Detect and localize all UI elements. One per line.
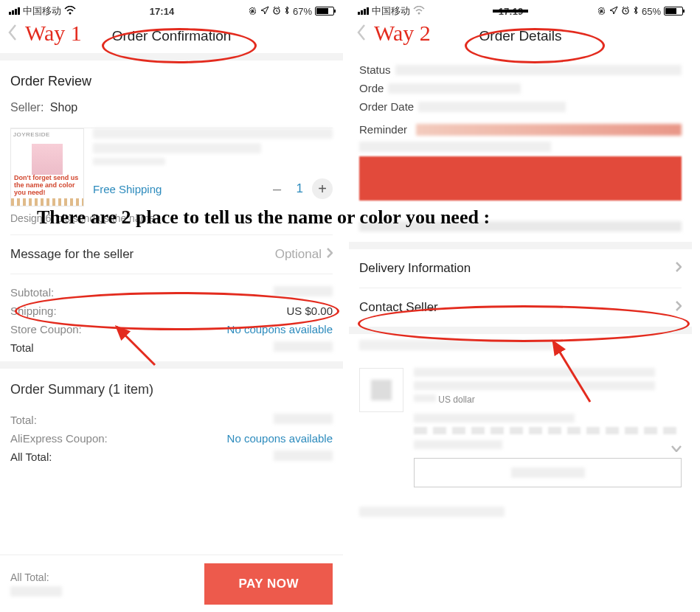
product-row[interactable]: JOYRESIDE Don't forget send us the name … — [0, 128, 343, 212]
battery-percent: 65% — [642, 6, 661, 17]
screenshot-way-2: 中国移动 17:19 ֎ 65% Way 2 Order Details Sta… — [349, 0, 692, 612]
variant-note: Design 6, pls send us the name — [0, 212, 343, 234]
back-button[interactable] — [7, 24, 18, 46]
product-thumbnail — [359, 368, 403, 412]
subtotal-redacted — [274, 286, 333, 296]
chevron-down-icon[interactable] — [671, 442, 682, 452]
bluetooth-icon — [633, 6, 639, 17]
loading-icon: ֎ — [597, 6, 606, 17]
status-bar: 中国移动 17:19 ֎ 65% — [349, 0, 692, 19]
ali-coupon-label: AliExpress Coupon: — [10, 432, 108, 445]
carrier-text: 中国移动 — [372, 4, 410, 18]
status-bar: 中国移动 17:14 ֎ 67% — [0, 0, 343, 19]
quantity-minus-button[interactable]: – — [267, 178, 288, 199]
alarm-icon — [621, 6, 630, 17]
nav-bar: Way 1 Order Confirmation — [0, 19, 343, 53]
contact-seller-row[interactable]: Contact Seller — [349, 288, 692, 327]
action-button-redacted[interactable] — [414, 458, 682, 487]
delivery-info-label: Delivery Information — [359, 261, 471, 276]
status-time: 17:19 — [425, 6, 597, 17]
totals-block: Subtotal: Shipping:US $0.00 Store Coupon… — [0, 274, 343, 361]
battery-icon — [664, 7, 683, 15]
seller-label: Seller: — [10, 101, 44, 114]
product-row[interactable]: US dollar — [349, 355, 692, 487]
pay-bar: All Total: PAY NOW — [0, 554, 343, 612]
alarm-icon — [272, 6, 281, 17]
seller-name: Shop — [50, 101, 77, 114]
location-icon — [260, 6, 269, 17]
contact-seller-label: Contact Seller — [359, 300, 438, 315]
total-label: Total — [10, 341, 34, 354]
store-coupon-value: No coupons available — [227, 323, 333, 335]
order-summary-heading: Order Summary (1 item) — [0, 369, 343, 402]
nav-bar: Way 2 Order Details — [349, 19, 692, 53]
product-title-redacted — [93, 128, 333, 139]
carrier-text: 中国移动 — [23, 4, 61, 18]
chevron-right-icon — [675, 261, 682, 276]
message-optional: Optional — [275, 247, 322, 262]
location-icon — [609, 6, 618, 17]
status-label: Status — [359, 63, 391, 76]
seller-row: Seller: Shop — [0, 94, 343, 128]
wifi-icon — [413, 6, 425, 17]
time-strikethrough — [493, 10, 528, 13]
all-total-label: All Total: — [10, 451, 52, 463]
way-2-annotation: Way 2 — [374, 21, 431, 46]
chevron-right-icon — [675, 300, 682, 315]
screenshot-way-1: 中国移动 17:14 ֎ 67% Way 1 Order Confirmatio… — [0, 0, 343, 612]
paybar-amount-redacted — [10, 586, 62, 597]
shipping-value: US $0.00 — [286, 305, 333, 317]
status-time: 17:14 — [76, 6, 248, 17]
message-label: Message for the seller — [10, 247, 134, 262]
free-shipping-label: Free Shipping — [93, 183, 162, 195]
chevron-right-icon — [326, 247, 333, 262]
ali-coupon-value: No coupons available — [227, 432, 333, 445]
reminder-label: Reminder — [359, 123, 407, 136]
page-title: Order Confirmation — [112, 28, 232, 44]
product-thumbnail: JOYRESIDE Don't forget send us the name … — [10, 128, 84, 206]
order-label: Orde — [359, 82, 384, 94]
subtotal-label: Subtotal: — [10, 286, 54, 299]
loading-icon: ֎ — [248, 6, 257, 17]
message-for-seller-row[interactable]: Message for the seller Optional — [0, 235, 343, 274]
page-title: Order Details — [479, 28, 562, 44]
signal-icon — [358, 7, 369, 15]
store-coupon-label: Store Coupon: — [10, 323, 82, 335]
quantity-plus-button[interactable]: + — [312, 178, 333, 199]
svg-point-0 — [69, 12, 72, 14]
delivery-information-row[interactable]: Delivery Information — [349, 249, 692, 288]
battery-icon — [315, 7, 334, 15]
currency-note: US dollar — [414, 394, 682, 406]
shipping-label: Shipping: — [10, 305, 57, 317]
order-date-label: Order Date — [359, 100, 414, 113]
red-banner-redacted — [359, 156, 682, 201]
quantity-value: 1 — [297, 181, 303, 196]
order-review-heading: Order Review — [0, 60, 343, 94]
way-1-annotation: Way 1 — [25, 21, 82, 46]
summary-total-label: Total: — [10, 414, 37, 426]
battery-percent: 67% — [293, 6, 312, 17]
wifi-icon — [64, 6, 76, 17]
back-button[interactable] — [356, 24, 367, 46]
signal-icon — [9, 7, 20, 15]
paybar-all-total-label: All Total: — [10, 571, 62, 583]
bluetooth-icon — [284, 6, 290, 17]
total-redacted — [274, 341, 333, 352]
order-details-block: Status Orde Order Date Reminder — [349, 53, 692, 209]
pay-now-button[interactable]: PAY NOW — [204, 563, 333, 605]
svg-point-2 — [418, 12, 420, 14]
